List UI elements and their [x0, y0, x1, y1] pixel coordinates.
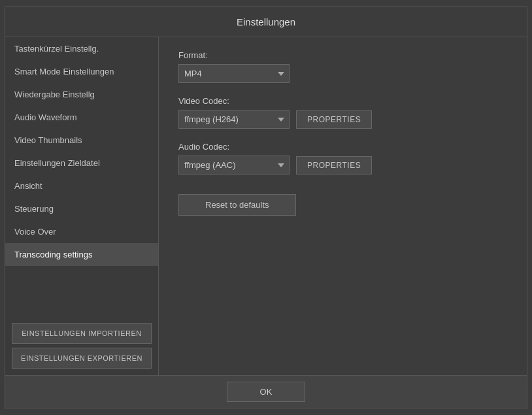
audio-codec-label: Audio Codec: [178, 142, 507, 152]
sidebar-footer-buttons: EINSTELLUNGEN IMPORTIEREN EINSTELLUNGEN … [5, 316, 158, 375]
video-codec-group: Video Codec: ffmpeg (H264)ffmpeg (H265)l… [178, 96, 507, 129]
sidebar-item-wiedergabe[interactable]: Wiedergabe Einstellg [5, 83, 158, 106]
video-codec-row: ffmpeg (H264)ffmpeg (H265)libx264 PROPER… [178, 110, 507, 129]
ok-button[interactable]: OK [227, 382, 306, 402]
dialog-body: Tastenkürzel Einstellg.Smart Mode Einste… [5, 37, 527, 375]
audio-codec-select[interactable]: ffmpeg (AAC)ffmpeg (MP3)libfaac [178, 156, 290, 174]
format-label: Format: [178, 50, 507, 60]
reset-defaults-button[interactable]: Reset to defaults [178, 194, 296, 216]
audio-codec-select-wrapper: ffmpeg (AAC)ffmpeg (MP3)libfaac [178, 156, 290, 174]
format-group: Format: MP4AVIMOVMKV [178, 50, 507, 83]
sidebar-item-video-thumbnails[interactable]: Video Thumbnails [5, 129, 158, 152]
import-settings-button[interactable]: EINSTELLUNGEN IMPORTIEREN [12, 323, 152, 344]
sidebar-item-steuerung[interactable]: Steuerung [5, 197, 158, 220]
audio-codec-row: ffmpeg (AAC)ffmpeg (MP3)libfaac PROPERTI… [178, 156, 507, 174]
audio-properties-button[interactable]: PROPERTIES [296, 156, 372, 174]
sidebar-item-transcoding-settings[interactable]: Transcoding settings [5, 243, 158, 266]
settings-content: Format: MP4AVIMOVMKV Video Codec: ffmpeg… [159, 37, 527, 375]
video-properties-button[interactable]: PROPERTIES [296, 110, 372, 129]
sidebar: Tastenkürzel Einstellg.Smart Mode Einste… [5, 37, 159, 375]
audio-codec-group: Audio Codec: ffmpeg (AAC)ffmpeg (MP3)lib… [178, 142, 507, 174]
video-codec-label: Video Codec: [178, 96, 507, 106]
dialog-footer: OK [5, 375, 527, 408]
export-settings-button[interactable]: EINSTELLUNGEN EXPORTIEREN [12, 348, 152, 369]
format-select-wrapper: MP4AVIMOVMKV [178, 64, 290, 83]
sidebar-item-smart-mode[interactable]: Smart Mode Einstellungen [5, 60, 158, 83]
sidebar-item-voice-over[interactable]: Voice Over [5, 220, 158, 243]
format-select[interactable]: MP4AVIMOVMKV [178, 64, 290, 83]
video-codec-select[interactable]: ffmpeg (H264)ffmpeg (H265)libx264 [178, 110, 290, 129]
sidebar-items: Tastenkürzel Einstellg.Smart Mode Einste… [5, 37, 158, 316]
sidebar-item-ansicht[interactable]: Ansicht [5, 174, 158, 197]
format-row: MP4AVIMOVMKV [178, 64, 507, 83]
reset-defaults-wrapper: Reset to defaults [178, 188, 507, 216]
sidebar-item-audio-waveform[interactable]: Audio Waveform [5, 106, 158, 129]
sidebar-item-tastenkuerzel[interactable]: Tastenkürzel Einstellg. [5, 37, 158, 60]
settings-dialog: Einstellungen Tastenkürzel Einstellg.Sma… [5, 7, 527, 408]
video-codec-select-wrapper: ffmpeg (H264)ffmpeg (H265)libx264 [178, 110, 290, 129]
sidebar-item-einstellungen-zieldatei[interactable]: Einstellungen Zieldatei [5, 152, 158, 174]
dialog-title: Einstellungen [5, 7, 527, 37]
